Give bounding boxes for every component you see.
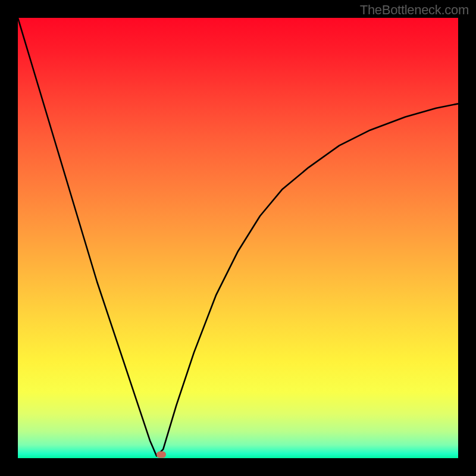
plot-area <box>18 18 458 458</box>
bottleneck-curve <box>18 18 458 458</box>
min-marker <box>156 452 166 458</box>
watermark-text: TheBottleneck.com <box>360 2 469 18</box>
